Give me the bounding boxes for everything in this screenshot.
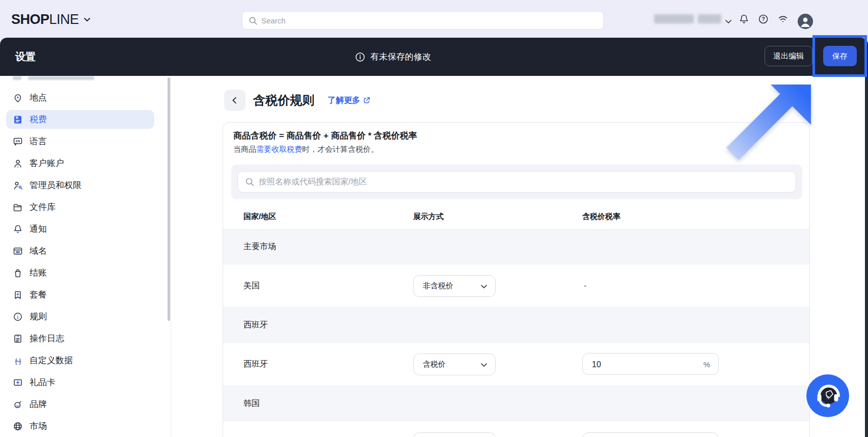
sidebar-item-admins-permissions[interactable]: 管理员和权限 [0, 174, 171, 196]
display-mode-select[interactable]: 非含税价 [413, 275, 496, 297]
table-header: 国家/地区 展示方式 含税价税率 [223, 203, 809, 230]
back-button[interactable] [224, 90, 246, 111]
sidebar-item-brand[interactable]: 品牌 [0, 393, 171, 415]
sidebar-item-label: 结账 [30, 267, 47, 279]
country-search-input[interactable] [259, 177, 758, 186]
location-icon [13, 93, 23, 103]
sidebar-item-gift-cards[interactable]: 礼品卡 [0, 371, 171, 393]
notifications-bell-icon[interactable] [739, 14, 749, 26]
tax-rate-empty: - [584, 264, 586, 307]
sidebar-item-customer-accounts[interactable]: 客户账户 [0, 152, 171, 174]
display-mode-value: 含税价 [423, 360, 446, 369]
tax-rate-value: 10 [592, 353, 601, 375]
topbar: SHOPLINE ? [0, 0, 868, 38]
market-group-name: 韩国 [243, 386, 260, 421]
brand-icon [13, 399, 23, 409]
save-button[interactable]: 保存 [823, 46, 857, 66]
shopline-logo-text: SHOP [11, 12, 49, 28]
charge-tax-link[interactable]: 需要收取税费 [256, 145, 302, 153]
country-row: 西班牙含税价10% [223, 343, 809, 386]
sidebar-item-language[interactable]: EN语言 [0, 130, 171, 152]
sidebar-item-label: 文件库 [30, 201, 56, 213]
network-status-icon[interactable] [777, 14, 789, 26]
search-icon [245, 177, 254, 186]
sidebar-item-markets[interactable]: 市场 [0, 415, 171, 437]
rules-icon [13, 312, 23, 322]
page-title: 含税价规则 [253, 90, 314, 111]
sidebar-item-custom-data[interactable]: {}Aa自定义数据 [0, 349, 171, 371]
global-search-input[interactable] [261, 16, 567, 25]
sidebar-item-label: 管理员和权限 [30, 179, 82, 191]
markets-icon [13, 421, 23, 431]
file-library-icon [13, 202, 23, 212]
custom-data-icon: {}Aa [13, 356, 23, 366]
sidebar-item-label: 客户账户 [30, 157, 64, 169]
account-avatar[interactable] [798, 14, 813, 29]
external-link-icon [363, 96, 371, 104]
tax-rate-input[interactable]: 10% [582, 353, 719, 375]
headset-icon [806, 374, 849, 417]
store-name-censored [654, 14, 694, 23]
sidebar-item-label: 操作日志 [30, 333, 64, 344]
sidebar-list: 地点税费EN语言客户账户管理员和权限文件库通知域名结账套餐规则操作日志{}Aa自… [0, 87, 171, 437]
column-display-mode: 展示方式 [413, 203, 444, 230]
domains-icon [13, 246, 23, 256]
sidebar-item-label: 品牌 [30, 398, 47, 410]
settings-sidebar: 地点税费EN语言客户账户管理员和权限文件库通知域名结账套餐规则操作日志{}Aa自… [0, 76, 171, 437]
market-group-name: 西班牙 [243, 308, 268, 342]
customer-accounts-icon [13, 158, 23, 169]
learn-more-link[interactable]: 了解更多 [328, 90, 371, 111]
sidebar-item-file-library[interactable]: 文件库 [0, 196, 171, 218]
global-search-bar[interactable] [242, 11, 604, 30]
market-group-row: 主要市场 [223, 230, 809, 264]
sidebar-item-plan[interactable]: 套餐 [0, 284, 171, 306]
unsaved-status-text: 有未保存的修改 [370, 51, 431, 63]
country-search-container [231, 165, 802, 199]
support-chat-button[interactable] [806, 374, 849, 417]
search-icon [249, 16, 257, 25]
unsaved-status: 有未保存的修改 [355, 38, 431, 76]
country-search-field[interactable] [237, 171, 796, 193]
sidebar-item-notifications[interactable]: 通知 [0, 218, 171, 240]
display-mode-select[interactable]: 含税价 [413, 353, 496, 375]
exit-edit-button[interactable]: 退出编辑 [765, 46, 812, 66]
sidebar-item-rules[interactable]: 规则 [0, 306, 171, 327]
tax-icon [13, 115, 23, 125]
tax-rules-card: 商品含税价 = 商品售价 + 商品售价 * 含税价税率 当商品需要收取税费时，才… [223, 122, 810, 437]
market-group-row: 韩国 [223, 386, 809, 421]
sidebar-item-tax[interactable]: 税费 [0, 108, 171, 130]
store-chevron-down-icon[interactable] [725, 17, 731, 26]
sidebar-item-label: 语言 [30, 135, 47, 147]
sidebar-item-label: 规则 [30, 311, 47, 322]
shopline-logo[interactable]: SHOPLINE [11, 11, 90, 28]
unsaved-changes-bar: 设置 有未保存的修改 退出编辑 保存 [0, 38, 868, 76]
country-row: 美国非含税价- [223, 264, 809, 308]
checkout-icon [13, 268, 23, 278]
sidebar-item-domains[interactable]: 域名 [0, 240, 171, 262]
sidebar-item-label: 地点 [30, 92, 47, 103]
sidebar-item-label: 税费 [30, 114, 47, 125]
sidebar-item-label: 礼品卡 [30, 376, 56, 388]
window-right-edge [865, 76, 868, 437]
activity-log-icon [13, 334, 23, 344]
country-row-clipped [223, 421, 809, 437]
info-icon [355, 52, 365, 62]
table-body: 主要市场美国非含税价-西班牙西班牙含税价10%韩国 [223, 230, 809, 437]
chevron-left-icon [230, 96, 239, 105]
display-mode-select[interactable] [413, 432, 496, 437]
sidebar-item-location[interactable]: 地点 [0, 87, 171, 108]
sidebar-item-checkout[interactable]: 结账 [0, 262, 171, 284]
help-icon[interactable]: ? [758, 14, 769, 26]
column-tax-rate: 含税价税率 [582, 203, 620, 230]
settings-title: 设置 [15, 38, 36, 76]
svg-text:Aa: Aa [16, 359, 20, 362]
store-name-censored-2 [698, 14, 721, 23]
tax-note-text: 当商品需要收取税费时，才会计算含税价。 [233, 145, 378, 154]
sidebar-item-label: 通知 [30, 223, 47, 235]
column-country: 国家/地区 [243, 203, 276, 230]
tax-rate-input[interactable] [582, 432, 719, 437]
tax-formula-text: 商品含税价 = 商品售价 + 商品售价 * 含税价税率 [233, 130, 417, 142]
topbar-right-cluster: ? [649, 0, 868, 38]
sidebar-scrollbar[interactable] [168, 77, 170, 321]
sidebar-item-activity-log[interactable]: 操作日志 [0, 327, 171, 349]
